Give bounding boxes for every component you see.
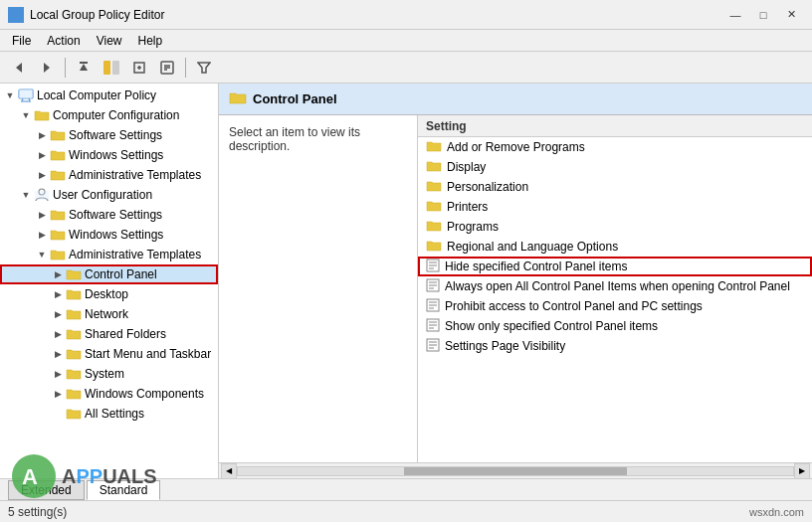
control-panel-toggle[interactable]: ▶ [50,266,66,282]
list-item-personalization[interactable]: Personalization [418,177,812,197]
tree-admin-templates-user[interactable]: ▼ Administrative Templates [0,245,218,264]
properties-button[interactable] [154,55,180,81]
close-button[interactable]: ✕ [778,5,804,25]
menu-action[interactable]: Action [39,32,88,50]
list-item-always-open[interactable]: Always open All Control Panel Items when… [418,276,812,296]
list-item-settings-visibility[interactable]: Settings Page Visibility [418,336,812,356]
svg-marker-7 [80,64,88,71]
back-button[interactable] [6,55,32,81]
windows-settings-comp-label: Windows Settings [69,148,163,162]
horizontal-scrollbar[interactable]: ◀ ▶ [219,462,812,478]
software-settings-comp-toggle[interactable]: ▶ [34,127,50,143]
tree-all-settings[interactable]: ▶ All Settings [0,404,218,424]
folder-icon-ss-comp [50,127,66,143]
menu-file[interactable]: File [4,32,39,50]
folder-icon-at-user [50,247,66,262]
windows-settings-user-toggle[interactable]: ▶ [34,227,50,243]
list-item-hide-specified[interactable]: Hide specified Control Panel items [418,257,812,276]
control-panel-label: Control Panel [85,267,157,281]
list-item-show-only[interactable]: Show only specified Control Panel items [418,316,812,336]
scroll-thumb[interactable] [404,467,626,475]
list-item-programs[interactable]: Programs [418,217,812,237]
maximize-button[interactable]: □ [750,5,776,25]
network-toggle[interactable]: ▶ [50,306,66,322]
toolbar-separator-2 [185,58,186,78]
list-item-printers[interactable]: Printers [418,197,812,217]
svg-rect-3 [17,16,22,21]
user-config-toggle[interactable]: ▼ [18,187,34,203]
tree-desktop[interactable]: ▶ Desktop [0,284,218,304]
minimize-button[interactable]: — [722,5,748,25]
folder-icon-ws-user [50,227,66,243]
toolbar [0,52,812,84]
windows-components-label: Windows Components [85,387,204,401]
tree-software-settings-comp[interactable]: ▶ Software Settings [0,125,218,145]
right-header-title: Control Panel [253,91,337,106]
tree-system[interactable]: ▶ System [0,364,218,384]
folder-icon-at-comp [50,167,66,183]
menu-help[interactable]: Help [130,32,171,50]
setting-icon-always-open [426,278,440,294]
description-text: Select an item to view its description. [229,125,360,153]
up-button[interactable] [71,55,97,81]
personalization-label: Personalization [447,180,528,194]
app-icon [8,7,24,23]
right-header-folder-icon [229,89,247,108]
start-menu-toggle[interactable]: ▶ [50,346,66,362]
window-title: Local Group Policy Editor [30,8,164,22]
menu-view[interactable]: View [89,32,130,50]
tree-windows-components[interactable]: ▶ Windows Components [0,384,218,404]
tree-software-settings-user[interactable]: ▶ Software Settings [0,205,218,225]
add-remove-label: Add or Remove Programs [447,140,585,154]
filter-button[interactable] [191,55,217,81]
tree-admin-templates-comp[interactable]: ▶ Administrative Templates [0,165,218,185]
svg-marker-5 [44,63,50,73]
system-toggle[interactable]: ▶ [50,366,66,382]
scroll-right-button[interactable]: ▶ [794,463,810,479]
show-hide-button[interactable] [99,55,124,81]
admin-templates-user-toggle[interactable]: ▼ [34,247,50,262]
list-item-regional[interactable]: Regional and Language Options [418,237,812,257]
desktop-toggle[interactable]: ▶ [50,286,66,302]
tree-network[interactable]: ▶ Network [0,304,218,324]
root-toggle[interactable]: ▼ [2,87,18,103]
shared-folders-toggle[interactable]: ▶ [50,326,66,342]
scroll-track[interactable] [237,466,794,476]
menu-bar: File Action View Help [0,30,812,52]
tree-shared-folders[interactable]: ▶ Shared Folders [0,324,218,344]
tree-user-config[interactable]: ▼ User Configuration [0,185,218,205]
admin-templates-comp-toggle[interactable]: ▶ [34,167,50,183]
list-item-add-remove[interactable]: Add or Remove Programs [418,137,812,157]
windows-settings-comp-toggle[interactable]: ▶ [34,147,50,163]
prohibit-access-label: Prohibit access to Control Panel and PC … [445,299,703,313]
tree-computer-config[interactable]: ▼ Computer Configuration [0,105,218,125]
folder-icon-ss-user [50,207,66,223]
svg-rect-9 [112,61,119,75]
regional-label: Regional and Language Options [447,240,618,254]
computer-config-toggle[interactable]: ▼ [18,107,34,123]
always-open-label: Always open All Control Panel Items when… [445,279,790,293]
folder-icon-system [66,366,82,382]
toolbar-separator-1 [65,58,66,78]
new-button[interactable] [126,55,152,81]
tree-control-panel[interactable]: ▶ Control Panel [0,264,218,284]
list-item-prohibit-access[interactable]: Prohibit access to Control Panel and PC … [418,296,812,316]
tree-panel: ▼ Local Computer Policy ▼ Computer C [0,84,219,478]
folder-icon-arp [426,139,442,156]
svg-rect-0 [10,9,15,14]
forward-button[interactable] [34,55,60,81]
scroll-left-button[interactable]: ◀ [221,463,237,479]
windows-components-toggle[interactable]: ▶ [50,386,66,402]
watermark-highlight: PP [76,465,102,487]
list-item-display[interactable]: Display [418,157,812,177]
tree-start-menu[interactable]: ▶ Start Menu and Taskbar [0,344,218,364]
shared-folders-label: Shared Folders [85,327,166,341]
tree-windows-settings-user[interactable]: ▶ Windows Settings [0,225,218,245]
programs-label: Programs [447,220,499,234]
admin-templates-comp-label: Administrative Templates [69,168,201,182]
folder-icon-computer [34,107,50,123]
tree-windows-settings-comp[interactable]: ▶ Windows Settings [0,145,218,165]
software-settings-user-toggle[interactable]: ▶ [34,207,50,223]
wsxdn-watermark: wsxdn.com [749,506,804,518]
tree-root[interactable]: ▼ Local Computer Policy [0,86,218,105]
